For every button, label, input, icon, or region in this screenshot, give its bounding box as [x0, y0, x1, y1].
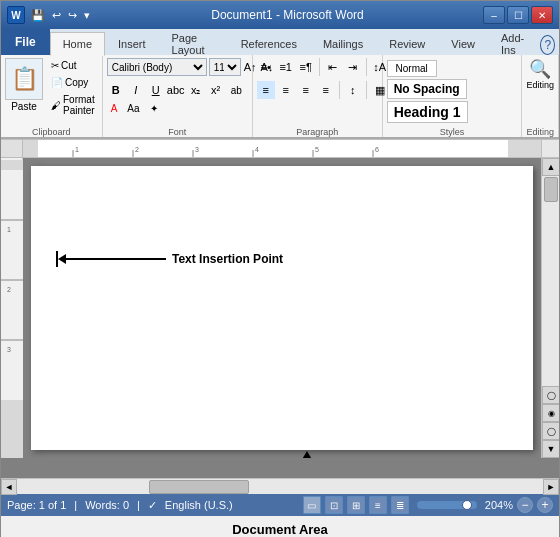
minimize-button[interactable]: –: [483, 6, 505, 24]
ruler-corner: [1, 140, 23, 158]
increase-indent-button[interactable]: ⇥: [344, 58, 362, 76]
styles-group: Normal No Spacing Heading 1 Styles: [383, 55, 523, 137]
vertical-scrollbar: ▲ ◯ ◉ ◯ ▼: [541, 158, 559, 458]
change-case-button[interactable]: Aa: [123, 101, 143, 116]
clipboard-group-body: 📋 Paste ✂ Cut 📄 Copy 🖌 Format Painter: [5, 58, 98, 125]
document-area-label-container: Document Area: [1, 516, 559, 537]
align-right-button[interactable]: ≡: [297, 81, 315, 99]
help-button[interactable]: ?: [540, 35, 555, 55]
h-scroll-track[interactable]: [17, 479, 543, 494]
decrease-indent-button[interactable]: ⇤: [324, 58, 342, 76]
arrow-shaft: [66, 258, 166, 260]
tab-review[interactable]: Review: [376, 31, 438, 55]
zoom-thumb[interactable]: [462, 500, 472, 510]
editing-group-body: 🔍 Editing: [526, 58, 554, 125]
svg-rect-0: [23, 140, 541, 158]
format-painter-button[interactable]: 🖌 Format Painter: [48, 92, 98, 118]
align-left-button[interactable]: ≡: [257, 81, 275, 99]
justify-button[interactable]: ≡: [317, 81, 335, 99]
align-center-button[interactable]: ≡: [277, 81, 295, 99]
tab-page-layout[interactable]: Page Layout: [159, 31, 228, 55]
scroll-down-button[interactable]: ▼: [542, 440, 560, 458]
font-size-select[interactable]: 11: [209, 58, 241, 76]
underline-button[interactable]: U: [147, 81, 165, 99]
zoom-out-button[interactable]: −: [517, 497, 533, 513]
maximize-button[interactable]: ☐: [507, 6, 529, 24]
clear-formatting-button[interactable]: ✦: [146, 101, 162, 116]
svg-text:1: 1: [7, 226, 11, 233]
qa-dropdown[interactable]: ▾: [82, 9, 92, 22]
tab-insert[interactable]: Insert: [105, 31, 159, 55]
paragraph-group-body: ≡• ≡1 ≡¶ ⇤ ⇥ ↕A ¶ ≡ ≡ ≡ ≡: [257, 58, 378, 125]
horizontal-scrollbar: ◄ ►: [1, 478, 559, 494]
tab-file[interactable]: File: [1, 29, 50, 55]
h-scroll-left-button[interactable]: ◄: [1, 479, 17, 495]
editing-label: Editing: [526, 125, 554, 137]
tab-view[interactable]: View: [438, 31, 488, 55]
word-icon: W: [7, 6, 25, 24]
bold-button[interactable]: B: [107, 81, 125, 99]
language-status[interactable]: English (U.S.): [165, 499, 233, 511]
paragraph-group: ≡• ≡1 ≡¶ ⇤ ⇥ ↕A ¶ ≡ ≡ ≡ ≡: [253, 55, 383, 137]
full-screen-button[interactable]: ⊡: [325, 496, 343, 514]
scroll-select-browse[interactable]: ◉: [542, 404, 560, 422]
document-scroll-area[interactable]: Text Insertion Point: [23, 158, 541, 458]
tab-references[interactable]: References: [228, 31, 310, 55]
font-name-select[interactable]: Calibri (Body): [107, 58, 207, 76]
style-normal[interactable]: Normal: [387, 60, 437, 77]
scroll-up-button[interactable]: ▲: [542, 158, 560, 176]
scroll-track[interactable]: [542, 176, 559, 386]
zoom-slider[interactable]: [417, 501, 477, 509]
editing-dropdown[interactable]: 🔍 Editing: [526, 58, 554, 90]
svg-text:2: 2: [135, 146, 139, 153]
paragraph-group-label: Paragraph: [257, 125, 378, 137]
italic-button[interactable]: I: [127, 81, 145, 99]
spell-check-icon[interactable]: ✓: [148, 499, 157, 512]
document-page: Text Insertion Point: [31, 166, 533, 450]
save-qa-btn[interactable]: 💾: [29, 9, 47, 22]
line-spacing-button[interactable]: ↕: [344, 81, 362, 99]
h-scroll-thumb[interactable]: [149, 480, 249, 494]
style-heading1[interactable]: Heading 1: [387, 101, 468, 123]
font-color-button[interactable]: A: [107, 101, 122, 116]
clipboard-secondary: ✂ Cut 📄 Copy 🖌 Format Painter: [48, 58, 98, 118]
redo-qa-btn[interactable]: ↪: [66, 9, 79, 22]
editing-group: 🔍 Editing Editing: [522, 55, 559, 137]
copy-button[interactable]: 📄 Copy: [48, 75, 98, 90]
text-insertion-point-annotation: Text Insertion Point: [56, 251, 283, 267]
draft-view-button[interactable]: ≣: [391, 496, 409, 514]
styles-gallery: Normal No Spacing Heading 1: [387, 60, 518, 123]
quick-access-toolbar: 💾 ↩ ↪ ▾: [29, 9, 92, 22]
svg-text:2: 2: [7, 286, 11, 293]
zoom-in-button[interactable]: +: [537, 497, 553, 513]
numbering-button[interactable]: ≡1: [277, 58, 295, 76]
scroll-page-up[interactable]: ◯: [542, 386, 560, 404]
web-layout-button[interactable]: ⊞: [347, 496, 365, 514]
tab-home[interactable]: Home: [50, 32, 105, 56]
vertical-ruler: 1 2 3: [1, 158, 23, 458]
tab-addins[interactable]: Add-Ins: [488, 31, 540, 55]
font-group: Calibri (Body) 11 A↑ A↓ B I U abc x₂: [103, 55, 253, 137]
status-sep1: |: [74, 499, 77, 511]
style-no-spacing[interactable]: No Spacing: [387, 79, 467, 99]
scroll-page-down[interactable]: ◯: [542, 422, 560, 440]
scroll-thumb[interactable]: [544, 177, 558, 202]
print-layout-button[interactable]: ▭: [303, 496, 321, 514]
word-count-status: Words: 0: [85, 499, 129, 511]
superscript-button[interactable]: x²: [207, 81, 225, 99]
paste-button[interactable]: 📋 Paste: [5, 58, 43, 112]
tab-mailings[interactable]: Mailings: [310, 31, 376, 55]
ribbon-tab-bar: File Home Insert Page Layout References …: [1, 29, 559, 55]
strikethrough-button[interactable]: abc: [167, 81, 185, 99]
outline-view-button[interactable]: ≡: [369, 496, 387, 514]
close-button[interactable]: ✕: [531, 6, 553, 24]
undo-qa-btn[interactable]: ↩: [50, 9, 63, 22]
h-scroll-right-button[interactable]: ►: [543, 479, 559, 495]
multilevel-list-button[interactable]: ≡¶: [297, 58, 315, 76]
ribbon: File Home Insert Page Layout References …: [1, 29, 559, 140]
text-highlight-button[interactable]: ab: [227, 83, 246, 98]
bullets-button[interactable]: ≡•: [257, 58, 275, 76]
clipboard-label: Clipboard: [5, 125, 98, 137]
subscript-button[interactable]: x₂: [187, 81, 205, 99]
cut-button[interactable]: ✂ Cut: [48, 58, 98, 73]
